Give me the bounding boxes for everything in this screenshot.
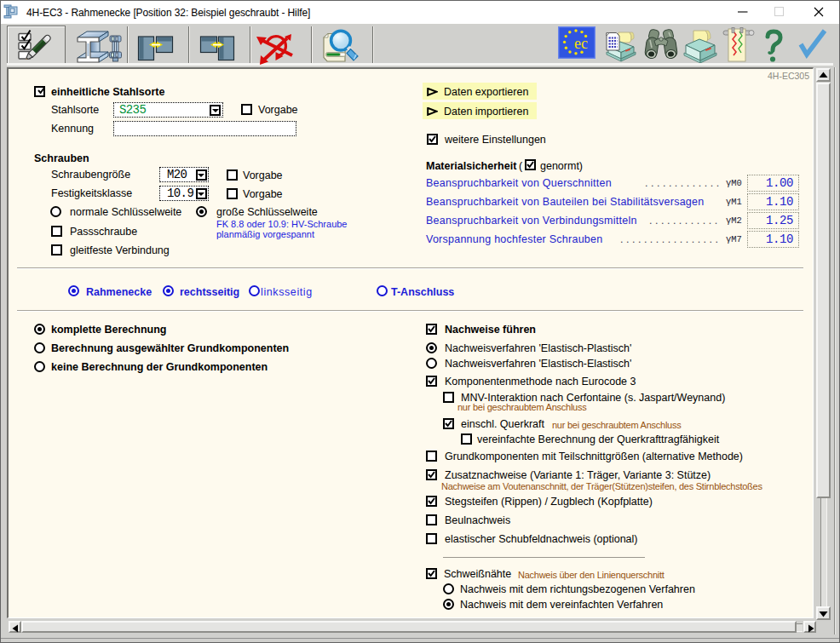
svg-text:ec: ec xyxy=(574,35,588,52)
